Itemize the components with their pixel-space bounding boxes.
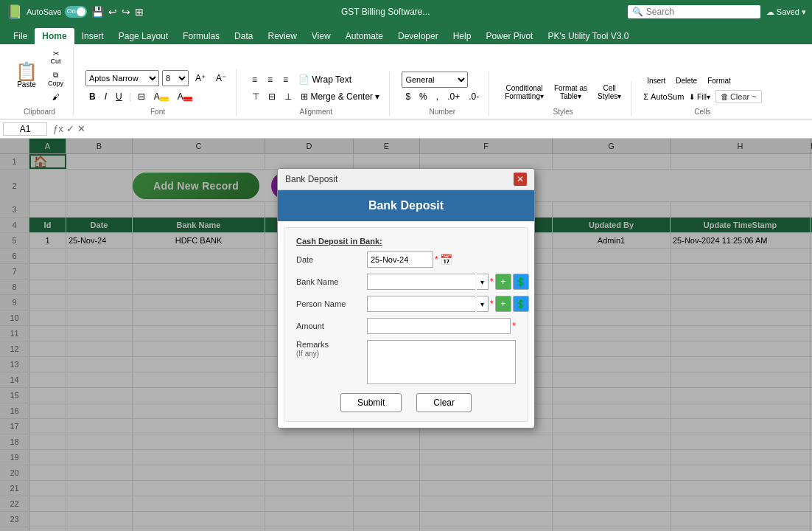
cut-icon: ✂ <box>53 49 59 58</box>
format-table-button[interactable]: Format asTable▾ <box>550 83 591 102</box>
amount-field-wrap: * <box>367 318 516 334</box>
date-input[interactable] <box>367 251 433 268</box>
font-row-2: B I U | ⊟ A▬ A▬ <box>85 90 230 103</box>
font-color-button[interactable]: A▬ <box>174 90 196 103</box>
checkmark-icon[interactable]: ✓ <box>66 123 74 134</box>
person-name-input[interactable] <box>367 296 475 312</box>
clear-button-modal[interactable]: Clear <box>416 393 472 412</box>
tab-file[interactable]: File <box>6 28 35 44</box>
border-button[interactable]: ⊟ <box>134 90 149 103</box>
percent-button[interactable]: % <box>416 90 431 103</box>
cell-styles-button[interactable]: CellStyles▾ <box>594 83 625 102</box>
middle-align-button[interactable]: ⊟ <box>265 90 279 103</box>
top-align-button[interactable]: ⊤ <box>248 90 263 103</box>
cancel-formula-icon[interactable]: ✕ <box>77 123 85 134</box>
tab-automate[interactable]: Automate <box>338 28 391 44</box>
font-increase-button[interactable]: A⁺ <box>192 72 209 85</box>
cloud-icon: ☁ <box>766 7 774 17</box>
function-icon[interactable]: ƒx <box>53 123 63 134</box>
number-format-select[interactable]: General <box>402 72 468 88</box>
format-cells-button[interactable]: Format <box>704 75 735 86</box>
amount-input[interactable] <box>367 318 511 334</box>
align-left-button[interactable]: ≡ <box>248 73 261 86</box>
ribbon-tabs: File Home Insert Page Layout Formulas Da… <box>0 24 812 44</box>
font-row-1: Aptos Narrow 8 A⁺ A⁻ <box>85 69 230 88</box>
bold-button[interactable]: B <box>85 90 99 103</box>
tab-pk-utility[interactable]: PK's Utility Tool V3.0 <box>540 28 636 44</box>
person-name-info-button[interactable]: 💲 <box>513 296 529 312</box>
search-input[interactable] <box>646 7 749 17</box>
decimal-increase-button[interactable]: .0+ <box>444 90 463 103</box>
modal-header-text: Bank Deposit <box>368 199 444 212</box>
decimal-decrease-button[interactable]: .0- <box>465 90 483 103</box>
redo-icon[interactable]: ↪ <box>122 6 130 18</box>
tab-page-layout[interactable]: Page Layout <box>111 28 175 44</box>
clipboard-buttons: 📋 Paste ✂ Cut ⧉ Copy 🖌 <box>12 47 67 103</box>
paste-button[interactable]: 📋 Paste <box>12 60 41 91</box>
align-right-button[interactable]: ≡ <box>279 73 292 86</box>
tab-help[interactable]: Help <box>446 28 479 44</box>
date-required: * <box>435 254 438 265</box>
bank-name-input[interactable] <box>367 274 475 290</box>
conditional-format-button[interactable]: ConditionalFormatting▾ <box>501 83 547 102</box>
bank-name-add-button[interactable]: + <box>495 274 511 290</box>
copy-button[interactable]: ⧉ Copy <box>44 69 67 89</box>
insert-cells-button[interactable]: Insert <box>643 75 669 86</box>
bank-name-info-button[interactable]: 💲 <box>513 274 529 290</box>
search-box[interactable]: 🔍 <box>628 5 760 18</box>
chevron-down-icon: ▾ <box>802 7 806 17</box>
ribbon-group-alignment: ≡ ≡ ≡ 📄 Wrap Text ⊤ ⊟ ⊥ ⊞ Merge & Center… <box>242 72 390 116</box>
cut-button[interactable]: ✂ Cut <box>44 47 67 67</box>
eraser-icon: 🗑 <box>721 92 729 101</box>
font-size-select[interactable]: 8 <box>162 70 189 86</box>
tab-developer[interactable]: Developer <box>391 28 446 44</box>
fill-button[interactable]: ⬇ Fill▾ <box>685 91 714 103</box>
tab-insert[interactable]: Insert <box>74 28 111 44</box>
bank-required: * <box>490 277 494 287</box>
comma-button[interactable]: , <box>433 90 442 103</box>
tab-power-pivot[interactable]: Power Pivot <box>478 28 540 44</box>
remarks-textarea[interactable] <box>367 340 516 384</box>
bank-name-dropdown[interactable]: ▾ <box>477 274 489 290</box>
fill-color-button[interactable]: A▬ <box>150 90 172 103</box>
person-name-add-button[interactable]: + <box>495 296 511 312</box>
person-name-dropdown[interactable]: ▾ <box>477 296 489 312</box>
undo-icon[interactable]: ↩ <box>108 6 117 18</box>
tab-data[interactable]: Data <box>227 28 260 44</box>
currency-button[interactable]: $ <box>402 90 414 103</box>
align-center-button[interactable]: ≡ <box>264 73 276 86</box>
cell-reference-box[interactable] <box>3 122 47 136</box>
modal-close-button[interactable]: ✕ <box>514 173 527 186</box>
saved-badge: ☁ Saved ▾ <box>766 7 806 17</box>
bottom-align-button[interactable]: ⊥ <box>281 90 295 103</box>
format-painter-button[interactable]: 🖌 <box>44 91 67 103</box>
font-family-select[interactable]: Aptos Narrow <box>85 70 159 86</box>
italic-button[interactable]: I <box>101 90 111 103</box>
formula-input[interactable] <box>91 124 809 134</box>
person-required: * <box>490 299 494 309</box>
clear-button[interactable]: 🗑 Clear ~ <box>715 90 762 103</box>
save-icon[interactable]: 💾 <box>91 6 104 18</box>
form-row-person-name: Person Name ▾ * + 💲 <box>296 296 516 312</box>
clipboard-label: Clipboard <box>24 108 55 116</box>
underline-button[interactable]: U <box>112 90 126 103</box>
merge-center-button[interactable]: ⊞ Merge & Center ▾ <box>297 90 383 103</box>
delete-cells-button[interactable]: Delete <box>672 75 701 86</box>
copy-icon: ⧉ <box>53 71 58 80</box>
autosave-toggle[interactable]: AutoSave On <box>27 6 87 18</box>
autosave-pill[interactable]: On <box>65 6 87 18</box>
tab-formulas[interactable]: Formulas <box>175 28 227 44</box>
form-row-date: Date * 📅 <box>296 251 516 268</box>
wrap-text-button[interactable]: 📄 Wrap Text <box>295 73 355 86</box>
tab-review[interactable]: Review <box>260 28 304 44</box>
grid-icon[interactable]: ⊞ <box>135 6 144 18</box>
submit-button[interactable]: Submit <box>340 393 402 412</box>
tab-view[interactable]: View <box>304 28 338 44</box>
cells-label: Cells <box>694 108 710 116</box>
calendar-button[interactable]: 📅 <box>440 254 452 266</box>
tab-home[interactable]: Home <box>35 28 74 44</box>
ribbon-group-cells: Insert Delete Format Σ AutoSum ⬇ Fill▾ 🗑… <box>637 74 767 116</box>
form-actions: Submit Clear <box>296 393 516 412</box>
font-decrease-button[interactable]: A⁻ <box>212 72 230 85</box>
remarks-label: Remarks (If any) <box>296 340 363 358</box>
